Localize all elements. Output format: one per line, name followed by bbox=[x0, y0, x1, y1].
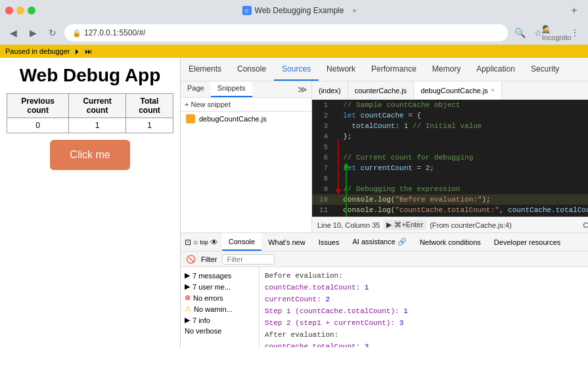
filter-label: Filter bbox=[201, 255, 217, 263]
item-label: 7 info bbox=[192, 316, 210, 324]
snippet-file-icon bbox=[186, 114, 195, 123]
debugger-bar: Paused in debugger ⏵ ⏭ bbox=[0, 45, 588, 58]
cell-current: 1 bbox=[69, 118, 126, 133]
webpage: Web Debug App Previous count Current cou… bbox=[0, 58, 181, 347]
tab-ai-assistance[interactable]: AI assistance 🔗 bbox=[346, 233, 413, 251]
code-area[interactable]: 1 // Sample countCache object 2 let coun… bbox=[312, 100, 588, 217]
tab-security[interactable]: Security bbox=[523, 58, 567, 81]
tab-console[interactable]: Console bbox=[229, 58, 274, 81]
item-label: 7 user me... bbox=[192, 283, 231, 291]
settings-icon[interactable]: ⋮ bbox=[567, 25, 583, 41]
console-tabs: ⊡ ○ top 👁 Console What's new Issues AI a… bbox=[181, 233, 588, 251]
console-item-7user[interactable]: ▶ 7 user me... bbox=[181, 281, 259, 292]
address-input[interactable]: 🔒 127.0.0.1:5500/#/ bbox=[64, 24, 508, 41]
code-line: 3 totalCount: 1 // Initial value bbox=[312, 121, 588, 131]
new-tab-button[interactable]: + bbox=[566, 2, 583, 19]
forward-button[interactable]: ▶ bbox=[25, 25, 41, 41]
minimize-traffic-light[interactable] bbox=[16, 7, 24, 14]
error-icon: ⊗ bbox=[185, 293, 191, 302]
file-panel: Page Snippets ≫ + New snippet debugCount… bbox=[181, 81, 312, 232]
code-line: 6 // Current count for debugging bbox=[312, 152, 588, 163]
devtools: Elements Console Sources Network Perform… bbox=[181, 58, 588, 347]
col-header-total: Total count bbox=[125, 93, 173, 118]
snippet-name: debugCountCache.js bbox=[199, 115, 267, 123]
snippet-item[interactable]: debugCountCache.js bbox=[181, 112, 311, 126]
count-table: Previous count Current count Total count… bbox=[7, 93, 173, 133]
cell-total: 1 bbox=[125, 118, 173, 133]
console-item-7messages[interactable]: ▶ 7 messages bbox=[181, 270, 259, 281]
console-item-no-errors[interactable]: ⊗ No errors bbox=[181, 292, 259, 303]
file-panel-actions: + New snippet bbox=[181, 98, 311, 112]
code-tab-countercache[interactable]: counterCache.js bbox=[348, 81, 415, 99]
console-output-line: Before evaluation: bbox=[265, 270, 588, 282]
console-output: Before evaluation: countCache.totalCount… bbox=[260, 267, 588, 347]
tab-dev-resources[interactable]: Developer resources bbox=[487, 233, 568, 251]
window-title: ⊙ Web Debugging Example × bbox=[41, 6, 560, 15]
devtools-topbar: Elements Console Sources Network Perform… bbox=[181, 58, 588, 81]
debugger-icons[interactable]: ⏵ bbox=[74, 47, 81, 55]
code-panel: (index) counterCache.js debugCountCache.… bbox=[312, 81, 588, 232]
tab-close-icon[interactable]: × bbox=[350, 6, 359, 15]
cell-previous: 0 bbox=[7, 118, 69, 133]
code-line: 12 console.log("currentCount", currentCo… bbox=[312, 215, 588, 217]
code-tab-index[interactable]: (index) bbox=[312, 81, 348, 99]
run-button[interactable]: ▶ ⌘+Enter bbox=[384, 220, 426, 230]
tab-elements[interactable]: Elements bbox=[181, 58, 229, 81]
console-item-no-warnings[interactable]: ⚠ No warnin... bbox=[181, 303, 259, 314]
code-line: 7 let currentCount = 2; bbox=[312, 163, 588, 173]
url-text: 127.0.0.1:5500/#/ bbox=[84, 28, 145, 37]
favicon-icon: ⊙ bbox=[242, 6, 252, 15]
search-icon[interactable]: 🔍 bbox=[512, 25, 528, 41]
col-header-previous: Previous count bbox=[7, 93, 69, 118]
console-output-line: currentCount: 2 bbox=[265, 293, 588, 305]
paused-text: Paused in debugger bbox=[5, 47, 70, 55]
filter-input[interactable] bbox=[222, 254, 275, 265]
tab-issues[interactable]: Issues bbox=[312, 233, 346, 251]
add-snippet-button[interactable]: + New snippet bbox=[185, 100, 231, 108]
toolbar-icons: 🔍 ☆ 🕵 Incognito ⋮ bbox=[512, 25, 583, 41]
console-icon-1[interactable]: ⊡ bbox=[185, 238, 191, 247]
close-traffic-light[interactable] bbox=[5, 7, 13, 14]
address-bar-row: ◀ ▶ ↻ 🔒 127.0.0.1:5500/#/ 🔍 ☆ 🕵 Incognit… bbox=[0, 21, 588, 45]
code-line: 2 let countCache = { bbox=[312, 110, 588, 121]
refresh-button[interactable]: ↻ bbox=[45, 25, 60, 41]
item-label: No verbose bbox=[185, 327, 221, 335]
tab-sources[interactable]: Sources bbox=[274, 58, 319, 81]
console-item-no-verbose[interactable]: No verbose bbox=[181, 326, 259, 336]
file-panel-more-icon[interactable]: ≫ bbox=[294, 81, 311, 97]
code-from: (From counterCache.js:4) bbox=[430, 221, 512, 229]
item-label: 7 messages bbox=[192, 272, 231, 280]
title-bar: ⊙ Web Debugging Example × + bbox=[0, 0, 588, 21]
code-line: 8 bbox=[312, 173, 588, 184]
tab-snippets[interactable]: Snippets bbox=[211, 81, 252, 97]
tab-performance[interactable]: Performance bbox=[363, 58, 424, 81]
click-me-button[interactable]: Click me bbox=[50, 140, 129, 170]
code-position: Line 10, Column 35 bbox=[317, 221, 380, 229]
code-tab-debugcountcache[interactable]: debugCountCache.js × bbox=[414, 81, 502, 99]
tab-application[interactable]: Application bbox=[468, 58, 523, 81]
console-item-7info[interactable]: ▶ 7 info bbox=[181, 314, 259, 326]
debugger-step-icon[interactable]: ⏭ bbox=[85, 47, 92, 55]
tab-whatsnew[interactable]: What's new bbox=[261, 233, 312, 251]
tab-network[interactable]: Network bbox=[319, 58, 363, 81]
back-button[interactable]: ◀ bbox=[5, 25, 21, 41]
code-line: 11 console.log("countCache.totalCount:",… bbox=[312, 205, 588, 215]
tab-console-bottom[interactable]: Console bbox=[222, 233, 261, 251]
fullscreen-traffic-light[interactable] bbox=[28, 7, 35, 14]
console-output-line: countCache.totalCount: 1 bbox=[265, 282, 588, 293]
run-icon: ▶ bbox=[386, 221, 392, 229]
col-header-current: Current count bbox=[69, 93, 126, 118]
console-icon-2[interactable]: ○ bbox=[193, 238, 198, 247]
console-output-line: countCache.totalCount: 3 bbox=[265, 341, 588, 347]
coverage-text: Coverage: n/a bbox=[583, 221, 588, 229]
console-icon-3[interactable]: 👁 bbox=[210, 238, 218, 247]
expand-icon: ▶ bbox=[185, 316, 190, 324]
console-output-line: Step 1 (countCache.totalCount): 1 bbox=[265, 305, 588, 317]
code-tab-close-icon[interactable]: × bbox=[491, 87, 495, 94]
browser-chrome: ⊙ Web Debugging Example × + ◀ ▶ ↻ 🔒 127.… bbox=[0, 0, 588, 58]
tab-network-conditions[interactable]: Network conditions bbox=[413, 233, 487, 251]
code-line: 1 // Sample countCache object bbox=[312, 100, 588, 110]
tab-page[interactable]: Page bbox=[181, 81, 211, 97]
traffic-lights bbox=[5, 7, 35, 14]
tab-memory[interactable]: Memory bbox=[424, 58, 468, 81]
